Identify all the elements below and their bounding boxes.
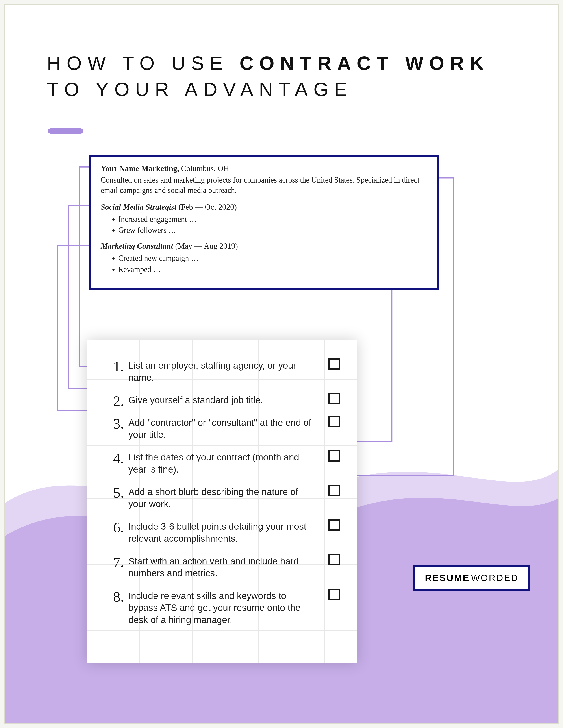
resume-role2-b1: Created new campaign … bbox=[118, 253, 427, 264]
checklist-item-5: 5. Add a short blurb describing the natu… bbox=[102, 486, 340, 510]
checklist-text-2: Give yourself a standard job title. bbox=[128, 395, 263, 405]
checkbox-3[interactable] bbox=[328, 416, 340, 427]
resume-role1-title: Social Media Strategist bbox=[101, 203, 176, 211]
checklist-num-4: 4. bbox=[102, 449, 124, 468]
checklist-text-3: Add "contractor" or "consultant" at the … bbox=[128, 418, 311, 440]
resume-role1-dates: (Feb — Oct 2020) bbox=[176, 203, 237, 211]
resume-role1-b2: Grew followers … bbox=[118, 225, 427, 236]
title-pre: HOW TO USE bbox=[47, 52, 239, 74]
resume-role-2: Marketing Consultant (May — Aug 2019) bbox=[101, 241, 427, 251]
resume-company-line: Your Name Marketing, Columbus, OH bbox=[101, 164, 427, 173]
checklist-num-3: 3. bbox=[102, 414, 124, 433]
resume-company-name: Your Name Marketing, bbox=[101, 164, 179, 173]
checkbox-8[interactable] bbox=[328, 589, 340, 600]
checkbox-7[interactable] bbox=[328, 554, 340, 565]
checklist-num-1: 1. bbox=[102, 357, 124, 376]
resume-role1-b1: Increased engagement … bbox=[118, 214, 427, 225]
checklist-card: 1. List an employer, staffing agency, or… bbox=[87, 340, 357, 663]
checklist-text-8: Include relevant skills and keywords to … bbox=[128, 591, 300, 625]
resume-role2-bullets: Created new campaign … Revamped … bbox=[118, 253, 427, 275]
checklist-item-2: 2. Give yourself a standard job title. bbox=[102, 394, 340, 406]
checklist-item-7: 7. Start with an action verb and include… bbox=[102, 555, 340, 579]
brand-word-1: RESUME bbox=[425, 573, 470, 583]
title-bold: CONTRACT WORK bbox=[239, 52, 489, 74]
checklist-text-1: List an employer, staffing agency, or yo… bbox=[128, 360, 296, 383]
checklist-item-1: 1. List an employer, staffing agency, or… bbox=[102, 360, 340, 384]
checklist-num-7: 7. bbox=[102, 553, 124, 572]
checklist-num-5: 5. bbox=[102, 483, 124, 502]
resume-role2-dates: (May — Aug 2019) bbox=[173, 242, 238, 250]
resume-blurb: Consulted on sales and marketing project… bbox=[101, 175, 427, 196]
checklist-num-6: 6. bbox=[102, 518, 124, 537]
checklist-item-8: 8. Include relevant skills and keywords … bbox=[102, 590, 340, 626]
checklist-text-5: Add a short blurb describing the nature … bbox=[128, 487, 298, 509]
resume-company-loc: Columbus, OH bbox=[179, 164, 229, 173]
checklist-item-4: 4. List the dates of your contract (mont… bbox=[102, 451, 340, 475]
checkbox-2[interactable] bbox=[328, 393, 340, 404]
title-post: TO YOUR ADVANTAGE bbox=[47, 78, 353, 100]
checklist-num-2: 2. bbox=[102, 392, 124, 410]
resume-role-1: Social Media Strategist (Feb — Oct 2020) bbox=[101, 202, 427, 212]
brand-word-2: WORDED bbox=[471, 573, 519, 583]
checklist-text-6: Include 3-6 bullet points detailing your… bbox=[128, 521, 306, 544]
page: HOW TO USE CONTRACT WORK TO YOUR ADVANTA… bbox=[4, 4, 559, 724]
checkbox-5[interactable] bbox=[328, 485, 340, 496]
checklist-text-4: List the dates of your contract (month a… bbox=[128, 452, 299, 475]
resume-example-box: Your Name Marketing, Columbus, OH Consul… bbox=[89, 155, 439, 290]
resume-role1-bullets: Increased engagement … Grew followers … bbox=[118, 214, 427, 236]
checkbox-1[interactable] bbox=[328, 358, 340, 370]
brand-badge: RESUMEWORDED bbox=[413, 565, 530, 591]
resume-role2-title: Marketing Consultant bbox=[101, 242, 173, 250]
checklist: 1. List an employer, staffing agency, or… bbox=[102, 360, 340, 626]
checkbox-6[interactable] bbox=[328, 519, 340, 531]
checkbox-4[interactable] bbox=[328, 450, 340, 462]
checklist-item-3: 3. Add "contractor" or "consultant" at t… bbox=[102, 417, 340, 441]
checklist-num-8: 8. bbox=[102, 587, 124, 606]
resume-role2-b2: Revamped … bbox=[118, 264, 427, 275]
page-title: HOW TO USE CONTRACT WORK TO YOUR ADVANTA… bbox=[47, 50, 509, 103]
accent-bar bbox=[48, 128, 83, 134]
checklist-text-7: Start with an action verb and include ha… bbox=[128, 556, 299, 578]
checklist-item-6: 6. Include 3-6 bullet points detailing y… bbox=[102, 521, 340, 545]
